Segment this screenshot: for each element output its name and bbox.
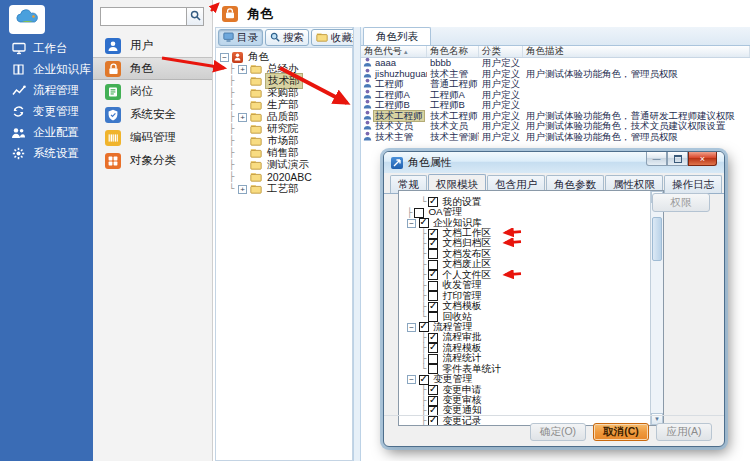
menu-item[interactable]: 系统安全 [93,103,212,126]
scrollbar[interactable]: ▲ ▼ [650,191,663,425]
permission-item[interactable]: ├文档发布区 [399,249,650,259]
sidebar-item[interactable]: 变更管理 [0,101,93,122]
search-input[interactable] [100,7,186,26]
collapse-icon[interactable]: − [407,219,416,228]
checkbox[interactable] [428,312,438,322]
page-header: 角色 [213,0,750,27]
tree-connector: ├ [229,124,238,134]
tree-connector: ├ [229,112,238,122]
column-header-label: 角色描述 [526,46,564,57]
menu-item[interactable]: 编码管理 [93,126,212,149]
role-lock-icon [222,6,238,22]
tree-node[interactable]: └+工艺部 [220,183,352,195]
cell-category: 用户定义 [479,100,523,110]
menu-item[interactable]: 用户 [93,34,212,57]
collapse-icon[interactable]: − [407,323,416,332]
column-header-label: 角色代号 [364,46,402,57]
permission-item[interactable]: ├文档归档区 [399,239,650,249]
tree-node[interactable]: ├测试演示 [220,159,352,171]
permission-item[interactable]: ├流程模板 [399,343,650,353]
menu-item[interactable]: 岗位 [93,80,212,103]
column-header[interactable]: 角色代号▴ [361,46,427,57]
checkbox[interactable] [428,343,438,353]
collapse-icon[interactable]: − [407,375,416,384]
checkbox[interactable] [419,375,429,385]
permission-item[interactable]: ├个人文件区 [399,270,650,280]
search-button[interactable] [186,7,204,26]
dialog-titlebar[interactable]: 角色属性 — × [384,152,724,173]
cell-description: 用户测试体验功能角色，普通研发工程师建议权限 [523,111,750,121]
app-logo[interactable] [9,5,45,34]
menu-item[interactable]: 角色 [93,57,212,80]
role-code: 技术工程师 [374,111,424,121]
expand-icon[interactable]: + [238,185,247,194]
collapse-icon[interactable]: − [220,53,229,62]
sidebar-nav: 工作台企业知识库流程管理变更管理企业配置系统设置 [0,38,93,164]
checkbox[interactable] [428,354,438,364]
expand-icon[interactable]: + [238,65,247,74]
folder-icon [250,184,262,194]
permission-item[interactable]: ├流程统计 [399,354,650,364]
cell-category: 用户定义 [479,111,523,121]
role-code: 技术文员 [374,121,414,131]
checkbox[interactable] [428,270,438,280]
checkbox[interactable] [428,197,438,207]
sidebar-item-label: 变更管理 [33,104,79,119]
column-header[interactable]: 分类 [479,46,523,57]
permission-item[interactable]: └回收站 [399,312,650,322]
sidebar-item[interactable]: 企业知识库 [0,59,93,80]
checkbox[interactable] [419,322,429,332]
checkbox[interactable] [428,281,438,291]
column-header[interactable]: 角色描述 [523,46,750,57]
cell-category: 用户定义 [479,121,523,131]
tree-tab-catalog[interactable]: 目录 [218,29,263,46]
expand-icon[interactable]: + [238,113,247,122]
cell-role-name: 工程师B [427,100,479,110]
cell-role-name: 技术文员 [427,121,479,131]
checkbox[interactable] [428,302,438,312]
panel-splitter[interactable] [353,27,361,461]
cancel-button[interactable]: 取消(C) [593,423,649,441]
menu-item[interactable]: 对象分类 [93,149,212,172]
permission-button[interactable]: 权限 [652,193,710,212]
checkbox[interactable] [419,218,429,228]
folder-icon [250,124,262,134]
folder-icon [250,136,262,146]
permission-item[interactable]: ├收发管理 [399,281,650,291]
cell-description: 用户测试体验功能角色，管理员权限 [523,132,750,142]
minimize-button[interactable]: — [646,152,667,166]
permission-item[interactable]: └零件表单统计 [399,364,650,374]
apply-button[interactable]: 应用(A) [656,423,712,441]
cloud-logo-icon [14,9,40,31]
sidebar-item[interactable]: 系统设置 [0,143,93,164]
ok-button[interactable]: 确定(O) [530,423,586,441]
column-header[interactable]: 角色名称 [427,46,479,57]
user-icon [105,38,121,54]
change-icon [11,105,26,119]
table-header: 角色代号▴角色名称分类角色描述 [361,46,750,58]
checkbox[interactable] [428,249,438,259]
sidebar-item-label: 企业知识库 [33,62,91,77]
role-code: 工程师 [374,79,405,89]
tree-connector: └ [421,197,426,207]
permission-item[interactable]: ├文档模板 [399,301,650,311]
tab-role-list[interactable]: 角色列表 [363,27,431,45]
dialog-tab[interactable]: 操作日志 [664,175,722,193]
cell-description: 用户测试体验功能角色，管理员权限 [523,69,750,79]
scroll-thumb[interactable] [652,217,662,261]
tree-tab-search[interactable]: 搜索 [265,29,309,46]
role-root-icon [232,52,243,63]
maximize-button[interactable] [667,152,688,166]
close-icon[interactable]: × [688,152,717,166]
tree-node-label: 工艺部 [265,182,301,196]
sidebar-item[interactable]: 流程管理 [0,80,93,101]
tree-connector: └ [229,184,238,194]
checkbox[interactable] [428,364,438,374]
sidebar-item[interactable]: 企业配置 [0,122,93,143]
permission-item[interactable]: └我的设置 [399,197,650,207]
role-code: 技术主管 [374,132,414,142]
checkbox[interactable] [428,239,438,249]
table-row[interactable]: 技术主管技术主管测试用户定义用户测试体验功能角色，管理员权限 [361,132,750,143]
sidebar-item[interactable]: 工作台 [0,38,93,59]
role-code: jishuzhuguan [374,69,427,79]
